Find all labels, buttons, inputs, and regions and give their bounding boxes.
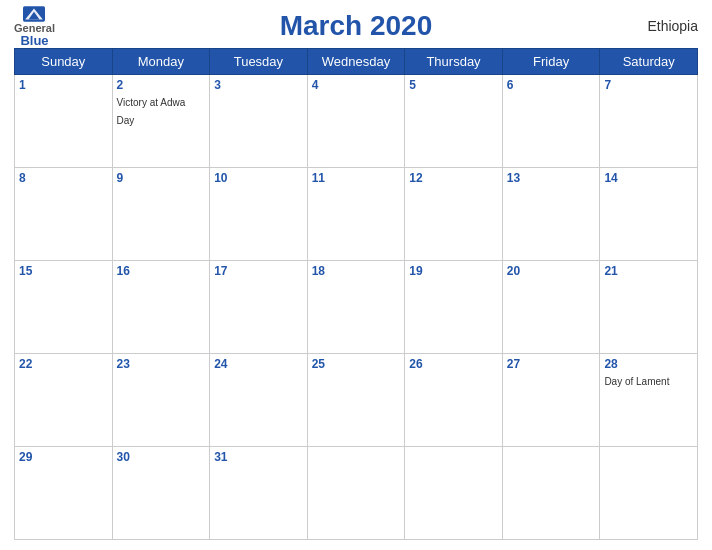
calendar-cell: 17 (210, 261, 308, 354)
calendar-cell (502, 447, 600, 540)
calendar-cell: 1 (15, 75, 113, 168)
calendar-cell: 23 (112, 354, 210, 447)
event-label: Day of Lament (604, 376, 669, 387)
calendar-week-1: 12Victory at Adwa Day34567 (15, 75, 698, 168)
date-number: 28 (604, 357, 693, 371)
date-number: 15 (19, 264, 108, 278)
logo-blue-text: Blue (20, 34, 48, 47)
calendar-body: 12Victory at Adwa Day3456789101112131415… (15, 75, 698, 540)
date-number: 5 (409, 78, 498, 92)
date-number: 6 (507, 78, 596, 92)
date-number: 18 (312, 264, 401, 278)
calendar-cell: 25 (307, 354, 405, 447)
calendar-cell: 4 (307, 75, 405, 168)
calendar-week-2: 891011121314 (15, 168, 698, 261)
calendar-cell: 24 (210, 354, 308, 447)
date-number: 30 (117, 450, 206, 464)
calendar-cell: 27 (502, 354, 600, 447)
date-number: 4 (312, 78, 401, 92)
country-label: Ethiopia (647, 18, 698, 34)
date-number: 27 (507, 357, 596, 371)
calendar-cell: 31 (210, 447, 308, 540)
logo-icon (23, 6, 45, 22)
date-number: 19 (409, 264, 498, 278)
date-number: 22 (19, 357, 108, 371)
calendar-cell: 26 (405, 354, 503, 447)
date-number: 10 (214, 171, 303, 185)
date-number: 17 (214, 264, 303, 278)
header-wednesday: Wednesday (307, 49, 405, 75)
header-thursday: Thursday (405, 49, 503, 75)
header-sunday: Sunday (15, 49, 113, 75)
calendar-cell (307, 447, 405, 540)
date-number: 23 (117, 357, 206, 371)
date-number: 12 (409, 171, 498, 185)
date-number: 14 (604, 171, 693, 185)
calendar-cell: 18 (307, 261, 405, 354)
date-number: 7 (604, 78, 693, 92)
calendar-cell: 5 (405, 75, 503, 168)
calendar-title: March 2020 (280, 10, 433, 42)
calendar-cell (600, 447, 698, 540)
calendar-cell: 8 (15, 168, 113, 261)
calendar-cell (405, 447, 503, 540)
calendar-header: General Blue March 2020 Ethiopia (14, 10, 698, 42)
date-number: 1 (19, 78, 108, 92)
date-number: 20 (507, 264, 596, 278)
date-number: 3 (214, 78, 303, 92)
calendar-week-5: 293031 (15, 447, 698, 540)
date-number: 8 (19, 171, 108, 185)
date-number: 11 (312, 171, 401, 185)
calendar-cell: 12 (405, 168, 503, 261)
calendar-week-4: 22232425262728Day of Lament (15, 354, 698, 447)
calendar-cell: 21 (600, 261, 698, 354)
calendar-cell: 11 (307, 168, 405, 261)
calendar-week-3: 15161718192021 (15, 261, 698, 354)
header-friday: Friday (502, 49, 600, 75)
calendar-cell: 6 (502, 75, 600, 168)
calendar-cell: 3 (210, 75, 308, 168)
logo-general-text: General (14, 23, 55, 34)
calendar-cell: 30 (112, 447, 210, 540)
calendar-cell: 22 (15, 354, 113, 447)
calendar-cell: 2Victory at Adwa Day (112, 75, 210, 168)
calendar-cell: 28Day of Lament (600, 354, 698, 447)
date-number: 29 (19, 450, 108, 464)
logo: General Blue (14, 6, 55, 47)
date-number: 26 (409, 357, 498, 371)
date-number: 16 (117, 264, 206, 278)
calendar-cell: 14 (600, 168, 698, 261)
calendar-cell: 10 (210, 168, 308, 261)
date-number: 2 (117, 78, 206, 92)
calendar-cell: 15 (15, 261, 113, 354)
date-number: 31 (214, 450, 303, 464)
event-label: Victory at Adwa Day (117, 97, 186, 126)
calendar-cell: 9 (112, 168, 210, 261)
header-monday: Monday (112, 49, 210, 75)
date-number: 13 (507, 171, 596, 185)
date-number: 21 (604, 264, 693, 278)
calendar-cell: 7 (600, 75, 698, 168)
calendar-table: Sunday Monday Tuesday Wednesday Thursday… (14, 48, 698, 540)
calendar-wrapper: General Blue March 2020 Ethiopia Sunday … (0, 0, 712, 550)
header-tuesday: Tuesday (210, 49, 308, 75)
weekday-header-row: Sunday Monday Tuesday Wednesday Thursday… (15, 49, 698, 75)
date-number: 24 (214, 357, 303, 371)
calendar-cell: 29 (15, 447, 113, 540)
calendar-cell: 16 (112, 261, 210, 354)
calendar-cell: 19 (405, 261, 503, 354)
date-number: 9 (117, 171, 206, 185)
header-saturday: Saturday (600, 49, 698, 75)
calendar-cell: 13 (502, 168, 600, 261)
date-number: 25 (312, 357, 401, 371)
calendar-cell: 20 (502, 261, 600, 354)
